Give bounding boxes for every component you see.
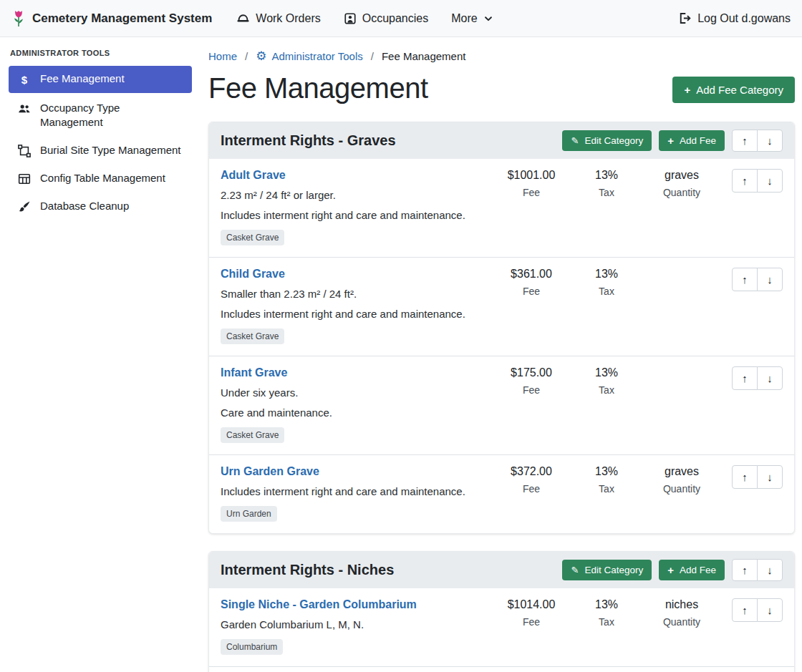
fee-name-link[interactable]: Child Grave — [221, 268, 285, 281]
dollar-icon: $ — [17, 72, 32, 87]
category-move-up-button[interactable]: ↑ — [732, 559, 758, 581]
sidebar-item-label: Database Cleanup — [40, 199, 129, 213]
arrow-down-icon: ↓ — [767, 373, 773, 384]
add-fee-label: Add Fee — [680, 135, 716, 146]
hard-hat-icon — [236, 11, 250, 25]
category-move-down-button[interactable]: ↓ — [757, 130, 783, 152]
fee-move-up-button[interactable]: ↑ — [732, 598, 758, 622]
paintbrush-icon — [17, 199, 32, 213]
fee-name-link[interactable]: Urn Garden Grave — [221, 465, 319, 478]
fee-info: Urn Garden Grave Includes interment righ… — [221, 465, 492, 522]
pencil-icon: ✎ — [571, 565, 579, 575]
fee-description: Care and maintenance. — [221, 405, 492, 420]
fee-move-up-button[interactable]: ↑ — [732, 169, 758, 193]
fee-move-up-button[interactable]: ↑ — [732, 465, 758, 489]
add-fee-button[interactable]: + Add Fee — [659, 560, 725, 580]
edit-category-button[interactable]: ✎ Edit Category — [562, 130, 652, 151]
page-header: Fee Management + Add Fee Category — [208, 72, 795, 104]
sidebar-item-burial-site-type[interactable]: Burial Site Type Management — [9, 137, 192, 163]
fee-amount-value: $372.00 — [492, 465, 571, 478]
fee-name-link[interactable]: Infant Grave — [221, 366, 287, 379]
people-icon — [17, 101, 32, 115]
tulip-logo-icon — [11, 9, 26, 28]
fee-quantity-label: Quantity — [642, 483, 721, 495]
admin-sidebar: ADMINISTRATOR TOOLS $ Fee Management Occ… — [0, 37, 200, 672]
chevron-down-icon — [483, 14, 493, 24]
category-reorder-group: ↑ ↓ — [732, 130, 783, 152]
app-brand[interactable]: Cemetery Management System — [11, 9, 212, 28]
fee-info: Single Niche - Garden Columbarium Garden… — [221, 598, 492, 655]
sidebar-item-config-table[interactable]: Config Table Management — [9, 165, 192, 191]
nav-work-orders[interactable]: Work Orders — [236, 11, 320, 25]
fee-tax: 13% Tax — [571, 366, 642, 396]
category-move-down-button[interactable]: ↓ — [757, 559, 783, 581]
top-navbar: Cemetery Management System Work Orders O… — [0, 0, 802, 37]
table-icon — [17, 171, 32, 185]
fee-type-badge: Casket Grave — [221, 427, 284, 443]
sidebar-item-label: Occupancy Type Management — [40, 101, 183, 130]
fee-move-down-button[interactable]: ↓ — [757, 169, 783, 193]
fee-quantity-label: Quantity — [642, 616, 721, 628]
logout-button[interactable]: Log Out d.gowans — [677, 11, 791, 25]
fee-description: Smaller than 2.23 m² / 24 ft². — [221, 286, 492, 301]
fee-amount-value: $1014.00 — [492, 598, 571, 611]
fee-category-card: Interment Rights - Niches ✎ Edit Categor… — [208, 551, 795, 672]
category-move-up-button[interactable]: ↑ — [732, 130, 758, 152]
add-fee-button[interactable]: + Add Fee — [659, 130, 725, 151]
nav-occupancies[interactable]: Occupancies — [344, 12, 429, 25]
page-title: Fee Management — [208, 72, 428, 104]
fee-tax-label: Tax — [571, 187, 642, 198]
breadcrumb-separator: / — [371, 50, 374, 62]
fee-move-up-button[interactable]: ↑ — [732, 268, 758, 291]
fee-type-badge: Casket Grave — [221, 230, 284, 245]
plus-icon: + — [684, 84, 690, 95]
add-fee-category-button[interactable]: + Add Fee Category — [672, 77, 795, 103]
fee-name-link[interactable]: Single Niche - Garden Columbarium — [221, 598, 417, 611]
fee-row: Companion Niche - Garden Columbarium Gar… — [209, 666, 794, 672]
fee-info: Child Grave Smaller than 2.23 m² / 24 ft… — [221, 268, 492, 344]
fee-row: Urn Garden Grave Includes interment righ… — [209, 454, 794, 533]
breadcrumb-home-link[interactable]: Home — [208, 50, 237, 62]
breadcrumb-current: Fee Management — [382, 50, 466, 62]
arrow-up-icon: ↑ — [742, 274, 748, 285]
fee-tax-label: Tax — [571, 483, 642, 495]
fee-tax-label: Tax — [571, 286, 642, 297]
fee-tax-value: 13% — [571, 366, 642, 379]
fee-amount-value: $175.00 — [492, 366, 571, 379]
main-nav: Work Orders Occupancies More — [236, 11, 493, 25]
arrow-down-icon: ↓ — [767, 565, 773, 575]
plus-icon: + — [667, 565, 674, 575]
fee-reorder-group: ↑ ↓ — [721, 598, 783, 622]
fee-move-down-button[interactable]: ↓ — [757, 268, 783, 291]
occupant-frame-icon — [344, 12, 357, 25]
fee-name-link[interactable]: Adult Grave — [221, 169, 286, 182]
sidebar-item-fee-management[interactable]: $ Fee Management — [9, 66, 192, 93]
arrow-up-icon: ↑ — [742, 605, 748, 615]
nav-work-orders-label: Work Orders — [256, 12, 320, 25]
category-reorder-group: ↑ ↓ — [732, 559, 783, 581]
fee-move-down-button[interactable]: ↓ — [757, 465, 783, 489]
breadcrumb-admin-tools-label: Administrator Tools — [271, 50, 362, 62]
arrow-up-icon: ↑ — [742, 472, 748, 482]
sidebar-item-occupancy-type[interactable]: Occupancy Type Management — [9, 95, 192, 135]
fee-reorder-group: ↑ ↓ — [721, 465, 783, 489]
fee-move-down-button[interactable]: ↓ — [757, 366, 783, 390]
breadcrumb-admin-tools-link[interactable]: ⚙ Administrator Tools — [256, 50, 363, 62]
nav-more[interactable]: More — [451, 12, 493, 25]
fee-row: Adult Grave 2.23 m² / 24 ft² or larger. … — [209, 159, 794, 257]
fee-amount: $361.00 Fee — [492, 268, 571, 297]
fee-tax: 13% Tax — [571, 268, 642, 297]
edit-category-button[interactable]: ✎ Edit Category — [562, 560, 652, 580]
fee-move-down-button[interactable]: ↓ — [757, 598, 783, 622]
main-content: Home / ⚙ Administrator Tools / Fee Manag… — [200, 37, 802, 672]
fee-move-up-button[interactable]: ↑ — [732, 366, 758, 390]
fee-reorder-group: ↑ ↓ — [721, 268, 783, 291]
fee-amount-label: Fee — [492, 384, 571, 396]
fee-tax-value: 13% — [571, 465, 642, 478]
edit-category-label: Edit Category — [584, 565, 643, 575]
sidebar-item-label: Config Table Management — [40, 171, 165, 185]
fee-type-badge: Casket Grave — [221, 328, 284, 344]
breadcrumb-separator: / — [245, 50, 248, 62]
category-title: Interment Rights - Niches — [221, 562, 555, 578]
sidebar-item-database-cleanup[interactable]: Database Cleanup — [9, 193, 192, 219]
